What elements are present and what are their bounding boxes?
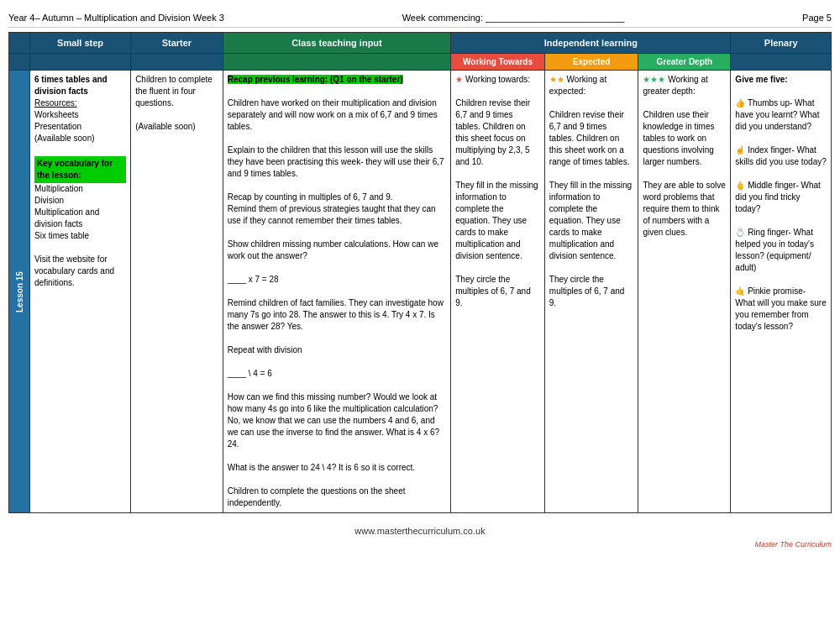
sub-plenary	[731, 54, 832, 71]
worksheet-item: Worksheets	[34, 109, 126, 121]
starter-available: (Available soon)	[135, 121, 218, 133]
plenary-header: Plenary	[731, 33, 832, 54]
wt-text1: Children revise their 6,7 and 9 times ta…	[455, 97, 540, 168]
recap-header: Recap previous learning: (Q1 on the star…	[228, 74, 447, 86]
header-title: Year 4– Autumn – Multiplication and Divi…	[8, 13, 224, 23]
teaching-equation1: ____ x 7 = 28	[228, 274, 447, 286]
greater-depth-subheader: Greater Depth	[638, 54, 731, 71]
working-towards-content: ★ Working towards: Children revise their…	[451, 71, 545, 513]
sub-header-row: Working Towards Expected Greater Depth	[9, 54, 832, 71]
pinky-icon: 🤙	[735, 286, 745, 296]
plenary-text-5: Pinkie promise- What will you make sure …	[735, 286, 826, 331]
teaching-equation2: ____ \ 4 = 6	[228, 368, 447, 380]
recap-label: Recap previous learning: (Q1 on the star…	[228, 75, 403, 84]
index-icon: ☝	[735, 145, 745, 155]
plenary-text-3: Middle finger- What did you find tricky …	[735, 181, 820, 213]
logo-area: Master The Curriculum	[8, 540, 832, 549]
plenary-text-4: Ring finger- What helped you in today's …	[735, 228, 814, 272]
exp-text2: They fill in the missing information to …	[549, 180, 634, 262]
sub-starter	[131, 54, 223, 71]
key-vocab-highlight: Key vocabulary for the lesson:	[34, 156, 126, 183]
teaching-para-6: Remind children of fact families. They c…	[228, 297, 447, 333]
teaching-para-7: Repeat with division	[228, 344, 447, 356]
header-row: Small step Starter Class teaching input …	[9, 33, 832, 54]
lesson-cell: Lesson 15	[9, 71, 30, 513]
expected-content: ★★ Working at expected: Children revise …	[544, 71, 638, 513]
exp-stars: ★★ Working at expected:	[549, 74, 634, 97]
teaching-para-4: Remind them of previous strategies taugh…	[228, 203, 447, 227]
wt-label: Working towards:	[465, 75, 530, 84]
plenary-content: Give me five: 👍 Thumbs up- What have you…	[731, 71, 832, 513]
lesson-header-cell	[9, 33, 30, 54]
plenary-item-1: 👍 Thumbs up- What have you learnt? What …	[735, 97, 827, 133]
plenary-item-3: 🖕 Middle finger- What did you find trick…	[735, 180, 827, 215]
thumbs-icon: 👍	[735, 98, 745, 108]
starter-content: Children to complete the fluent in four …	[131, 71, 223, 513]
teaching-para-3: Recap by counting in multiples of 6, 7 a…	[228, 192, 447, 203]
gd-text2: They are able to solve word problems tha…	[643, 180, 726, 239]
main-table: Small step Starter Class teaching input …	[8, 32, 832, 513]
wt-text2: They fill in the missing information to …	[455, 180, 540, 262]
starter-header: Starter	[131, 33, 223, 54]
vocab-division: Division	[34, 195, 126, 207]
plenary-item-5: 🤙 Pinkie promise- What will you make sur…	[735, 286, 827, 333]
gd-stars: ★★★ Working at greater depth:	[643, 74, 726, 97]
key-vocab-label: Key vocabulary for the lesson:	[34, 156, 126, 183]
working-towards-subheader: Working Towards	[451, 54, 545, 71]
sub-class-teaching	[223, 54, 451, 71]
gd-text1: Children use their knowledge in times ta…	[643, 109, 726, 168]
middle-icon: 🖕	[735, 181, 745, 190]
expected-subheader: Expected	[544, 54, 638, 71]
website-text: Visit the website for vocabulary cards a…	[34, 254, 126, 289]
ring-icon: 💍	[735, 228, 745, 237]
wt-star: ★ Working towards:	[455, 74, 540, 86]
teaching-para-2: Explain to the children that this lesson…	[228, 144, 447, 180]
plenary-text-1: Thumbs up- What have you learnt? What di…	[735, 98, 819, 131]
vocab-six-times: Six times table	[34, 230, 126, 242]
small-step-content: 6 times tables and division facts Resour…	[30, 71, 131, 513]
small-step-title: 6 times tables and division facts	[34, 74, 126, 97]
logo-text: Master The Curriculum	[754, 540, 832, 549]
sub-lesson-cell	[9, 54, 30, 71]
page-footer: www.masterthecurriculum.co.uk	[8, 526, 832, 536]
greater-depth-content: ★★★ Working at greater depth: Children u…	[638, 71, 731, 513]
small-step-header: Small step	[30, 33, 131, 54]
presentation-item: Presentation	[34, 121, 126, 133]
wt-text3: They circle the multiples of 6, 7 and 9.	[455, 274, 540, 309]
footer-website: www.masterthecurriculum.co.uk	[354, 526, 485, 536]
week-commencing: Week commencing: _______________________…	[402, 13, 625, 23]
lesson-label: Lesson 15	[14, 271, 24, 312]
page-wrapper: Year 4– Autumn – Multiplication and Divi…	[0, 0, 840, 630]
starter-text1: Children to complete the fluent in four …	[135, 74, 218, 109]
plenary-item-2: ☝ Index finger- What skills did you use …	[735, 144, 827, 168]
class-teaching-header: Class teaching input	[223, 33, 451, 54]
teaching-para-9: What is the answer to 24 \ 4? It is 6 so…	[228, 462, 447, 474]
exp-text1: Children revise their 6,7 and 9 times ta…	[549, 109, 634, 168]
teaching-para-8: How can we find this missing number? Wou…	[228, 391, 447, 450]
teaching-para-10: Children to complete the questions on th…	[228, 486, 447, 509]
sub-small-step	[30, 54, 131, 71]
page-number: Page 5	[802, 13, 832, 23]
vocab-mult-div-facts: Multiplication and division facts	[34, 207, 126, 230]
plenary-title: Give me five:	[735, 74, 827, 86]
vocab-multiplication: Multiplication	[34, 183, 126, 195]
resources-label: Resources:	[34, 97, 126, 109]
class-teaching-content: Recap previous learning: (Q1 on the star…	[223, 71, 451, 513]
plenary-item-4: 💍 Ring finger- What helped you in today'…	[735, 227, 827, 274]
exp-text3: They circle the multiples of 6, 7 and 9.	[549, 274, 634, 309]
plenary-text-2: Index finger- What skills did you use to…	[735, 145, 826, 166]
page-header: Year 4– Autumn – Multiplication and Divi…	[8, 8, 832, 28]
teaching-para-1: Children have worked on their multiplica…	[228, 97, 447, 133]
teaching-para-5: Show children missing number calculation…	[228, 239, 447, 262]
available-soon: (Available soon)	[34, 133, 126, 144]
independent-header: Independent learning	[451, 33, 731, 54]
content-row: Lesson 15 6 times tables and division fa…	[9, 71, 832, 513]
